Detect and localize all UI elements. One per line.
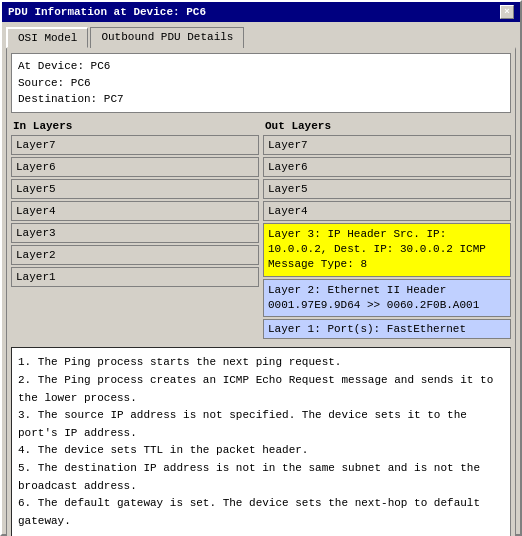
info-source: Source: PC6: [18, 75, 504, 92]
desc-line2: 2. The Ping process creates an ICMP Echo…: [18, 372, 504, 407]
description-box: 1. The Ping process starts the next ping…: [11, 347, 511, 536]
tab-outbound-pdu[interactable]: Outbound PDU Details: [90, 27, 244, 48]
in-layer1: Layer1: [11, 267, 259, 287]
info-destination: Destination: PC7: [18, 91, 504, 108]
in-layers-panel: In Layers Layer7 Layer6 Layer5 Layer4 La…: [11, 119, 259, 342]
in-layer7: Layer7: [11, 135, 259, 155]
out-layer1: Layer 1: Port(s): FastEthernet: [263, 319, 511, 339]
main-window: PDU Information at Device: PC6 × OSI Mod…: [0, 0, 522, 536]
out-layer4: Layer4: [263, 201, 511, 221]
out-layers-panel: Out Layers Layer7 Layer6 Layer5 Layer4 L…: [263, 119, 511, 342]
window-title: PDU Information at Device: PC6: [8, 6, 206, 18]
in-layer6: Layer6: [11, 157, 259, 177]
in-layer3: Layer3: [11, 223, 259, 243]
out-layers-header: Out Layers: [263, 119, 511, 133]
desc-line3: 3. The source IP address is not specifie…: [18, 407, 504, 442]
desc-line6: 6. The default gateway is set. The devic…: [18, 495, 504, 530]
in-layers-header: In Layers: [11, 119, 259, 133]
out-layer6: Layer6: [263, 157, 511, 177]
in-layer5: Layer5: [11, 179, 259, 199]
in-layer4: Layer4: [11, 201, 259, 221]
close-button[interactable]: ×: [500, 5, 514, 19]
out-layer3-highlighted[interactable]: Layer 3: IP Header Src. IP: 10.0.0.2, De…: [263, 223, 511, 277]
out-layer5: Layer5: [263, 179, 511, 199]
out-layer2-text: Layer 2: Ethernet II Header0001.97E9.9D6…: [268, 283, 479, 314]
content-area: At Device: PC6 Source: PC6 Destination: …: [6, 47, 516, 536]
title-bar-buttons: ×: [500, 5, 514, 19]
desc-line1: 1. The Ping process starts the next ping…: [18, 354, 504, 372]
in-layer2: Layer2: [11, 245, 259, 265]
desc-line5: 5. The destination IP address is not in …: [18, 460, 504, 495]
info-box: At Device: PC6 Source: PC6 Destination: …: [11, 53, 511, 113]
tab-osi-model[interactable]: OSI Model: [6, 27, 88, 48]
desc-line4: 4. The device sets TTL in the packet hea…: [18, 442, 504, 460]
tab-bar: OSI Model Outbound PDU Details: [2, 22, 520, 47]
title-bar: PDU Information at Device: PC6 ×: [2, 2, 520, 22]
info-device: At Device: PC6: [18, 58, 504, 75]
out-layer2: Layer 2: Ethernet II Header0001.97E9.9D6…: [263, 279, 511, 318]
out-layer7: Layer7: [263, 135, 511, 155]
layers-container: In Layers Layer7 Layer6 Layer5 Layer4 La…: [11, 119, 511, 342]
